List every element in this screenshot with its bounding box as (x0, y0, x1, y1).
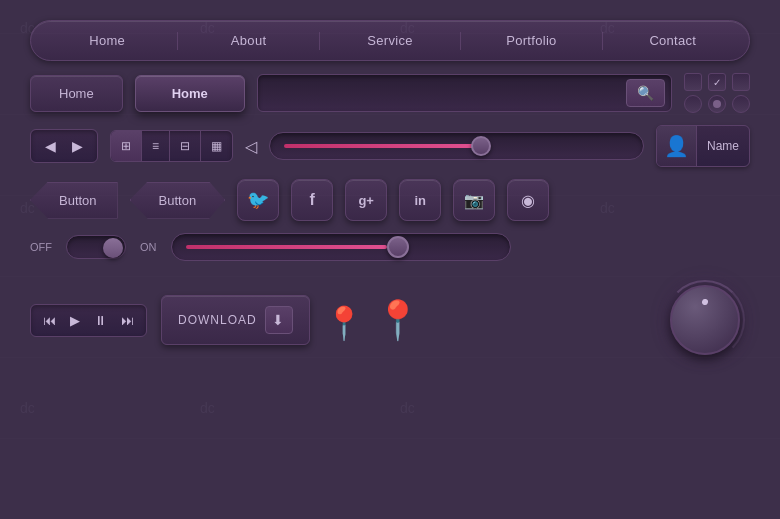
map-pins: 📍 📍 (324, 298, 421, 342)
nav-divider-3 (460, 32, 461, 50)
checkbox-row-1: ✓ (684, 73, 750, 91)
slider-fill (284, 144, 474, 148)
audio-slider[interactable] (269, 132, 644, 160)
view-table-button[interactable]: ▦ (201, 131, 232, 161)
arrow-button-right[interactable]: Button (130, 182, 226, 219)
nav-item-about[interactable]: About (182, 27, 314, 54)
knob-container (660, 275, 750, 365)
checkbox-unchecked[interactable] (684, 73, 702, 91)
row3: ◀ ▶ ⊞ ≡ ⊟ ▦ ◁ 👤 Name (30, 125, 750, 167)
player-prev-button[interactable]: ⏮ (39, 311, 60, 330)
profile-widget: 👤 Name (656, 125, 750, 167)
watermark-7: dc (20, 400, 35, 416)
social-linkedin[interactable]: in (399, 179, 441, 221)
player-next-button[interactable]: ⏭ (117, 311, 138, 330)
media-controls: ◀ ▶ (30, 129, 98, 163)
row4: Button Button 🐦 f g+ in 📷 ◉ (30, 179, 750, 221)
nav-item-home[interactable]: Home (41, 27, 173, 54)
slider-thumb[interactable] (471, 136, 491, 156)
row6: ⏮ ▶ ⏸ ⏭ DOWNLOAD ⬇ 📍 📍 (30, 275, 750, 365)
watermark-8: dc (200, 400, 215, 416)
row5: OFF ON (30, 233, 750, 261)
nav-item-portfolio[interactable]: Portfolio (465, 27, 597, 54)
social-twitter[interactable]: 🐦 (237, 179, 279, 221)
nav-item-contact[interactable]: Contact (607, 27, 739, 54)
download-label: DOWNLOAD (178, 313, 257, 327)
watermark-9: dc (400, 400, 415, 416)
big-slider-thumb[interactable] (387, 236, 409, 258)
radio-empty[interactable] (684, 95, 702, 113)
volume-icon[interactable]: ◁ (245, 137, 257, 156)
checkbox-group: ✓ (684, 73, 750, 113)
profile-avatar: 👤 (657, 126, 697, 166)
toggle-on-label: ON (140, 241, 157, 253)
profile-name: Name (697, 139, 749, 153)
media-prev-button[interactable]: ◀ (41, 136, 60, 156)
player-pause-button[interactable]: ⏸ (90, 311, 111, 330)
view-list-button[interactable]: ≡ (142, 131, 170, 161)
search-input[interactable] (268, 86, 626, 101)
download-button[interactable]: DOWNLOAD ⬇ (161, 295, 310, 345)
download-icon-box: ⬇ (265, 306, 293, 334)
checkbox-checked[interactable]: ✓ (708, 73, 726, 91)
row2: Home Home 🔍 ✓ (30, 73, 750, 113)
radio-row-1 (684, 95, 750, 113)
toggle-off-label: OFF (30, 241, 52, 253)
search-icon: 🔍 (637, 85, 654, 101)
map-pin-1[interactable]: 📍 (324, 304, 364, 342)
social-rss[interactable]: ◉ (507, 179, 549, 221)
social-camera[interactable]: 📷 (453, 179, 495, 221)
nav-divider-4 (602, 32, 603, 50)
view-grid-button[interactable]: ⊞ (111, 131, 142, 161)
knob-glow (660, 275, 750, 365)
radio-empty-2[interactable] (732, 95, 750, 113)
home-flat-button[interactable]: Home (30, 75, 123, 112)
media-next-button[interactable]: ▶ (68, 136, 87, 156)
knob-indicator (701, 298, 708, 305)
big-slider[interactable] (171, 233, 511, 261)
map-pin-2[interactable]: 📍 (374, 298, 421, 342)
nav-bar: Home About Service Portfolio Contact (30, 20, 750, 61)
view-toggles: ⊞ ≡ ⊟ ▦ (110, 130, 233, 162)
search-button[interactable]: 🔍 (626, 79, 665, 107)
nav-divider-2 (319, 32, 320, 50)
search-bar: 🔍 (257, 74, 672, 112)
volume-knob[interactable] (670, 285, 740, 355)
view-module-button[interactable]: ⊟ (170, 131, 201, 161)
nav-item-service[interactable]: Service (324, 27, 456, 54)
social-googleplus[interactable]: g+ (345, 179, 387, 221)
social-facebook[interactable]: f (291, 179, 333, 221)
radio-filled[interactable] (708, 95, 726, 113)
player-play-button[interactable]: ▶ (66, 311, 84, 330)
arrow-button-left[interactable]: Button (30, 182, 118, 219)
big-slider-fill (186, 245, 388, 249)
download-arrow-icon: ⬇ (272, 312, 285, 328)
toggle-switch[interactable] (66, 235, 126, 259)
home-raised-button[interactable]: Home (135, 75, 245, 112)
checkbox-unchecked-2[interactable] (732, 73, 750, 91)
player-controls: ⏮ ▶ ⏸ ⏭ (30, 304, 147, 337)
nav-divider-1 (177, 32, 178, 50)
toggle-thumb (103, 238, 123, 258)
